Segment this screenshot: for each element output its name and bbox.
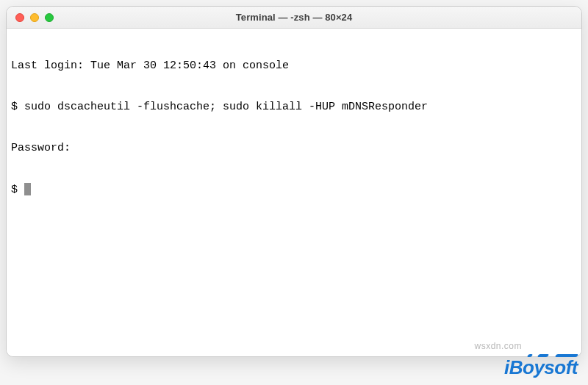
minimize-icon[interactable]	[30, 13, 39, 22]
terminal-line: $ sudo dscacheutil -flushcache; sudo kil…	[11, 101, 577, 115]
brand-logo: iBoysoft	[504, 356, 578, 379]
cursor-icon	[24, 183, 31, 195]
watermark-text: wsxdn.com	[474, 341, 522, 351]
close-icon[interactable]	[15, 13, 24, 22]
window-controls	[7, 13, 54, 22]
terminal-window: Terminal — -zsh — 80×24 Last login: Tue …	[6, 6, 582, 357]
terminal-body[interactable]: Last login: Tue Mar 30 12:50:43 on conso…	[7, 29, 581, 356]
maximize-icon[interactable]	[45, 13, 54, 22]
terminal-prompt-line: $	[11, 183, 577, 198]
prompt: $	[11, 184, 24, 196]
window-title: Terminal — -zsh — 80×24	[7, 12, 581, 23]
terminal-line: Password:	[11, 142, 577, 156]
titlebar[interactable]: Terminal — -zsh — 80×24	[7, 7, 581, 29]
terminal-line: Last login: Tue Mar 30 12:50:43 on conso…	[11, 60, 577, 73]
